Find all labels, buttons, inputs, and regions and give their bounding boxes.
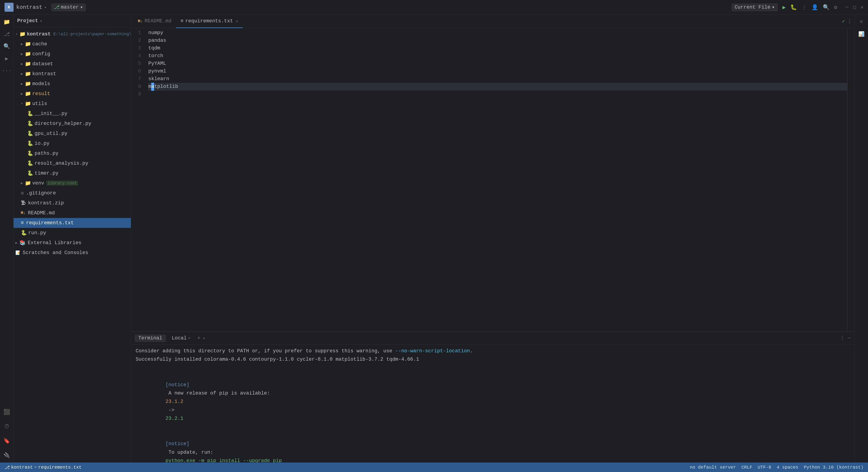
tree-item-requirements[interactable]: ≡ requirements.txt — [13, 218, 131, 228]
find-rail-icon[interactable]: 🔍 — [2, 41, 12, 51]
tree-item-run-py[interactable]: 🐍 run.py — [13, 228, 131, 238]
terminal-more-icon[interactable]: ⋮ — [840, 335, 845, 341]
tab-close-button[interactable]: ✕ — [236, 19, 238, 24]
tree-item-init-py[interactable]: 🐍 __init__.py — [13, 109, 131, 119]
local-tab[interactable]: Local × — [168, 334, 194, 342]
fold-arrow: ▶ — [21, 81, 23, 86]
tree-item-config[interactable]: ▶ 📁 config — [13, 49, 131, 59]
settings-icon[interactable]: ⚙ — [834, 4, 837, 11]
terminal-tab[interactable]: Terminal — [135, 334, 166, 342]
folder-icon: 📁 — [25, 180, 31, 186]
tree-item-scratches[interactable]: 📝 Scratches and Consoles — [13, 248, 131, 258]
tree-item-venv[interactable]: ▶ 📁 venv library.root — [13, 178, 131, 188]
python-icon: 🐍 — [27, 140, 33, 146]
readme-tab-label: README.md — [145, 18, 172, 24]
fold-arrow: ▾ — [21, 101, 23, 106]
structure-icon[interactable]: ≡ — [857, 17, 866, 27]
tree-item-kontrast-zip[interactable]: 🗜 kontrast.zip — [13, 198, 131, 208]
minimize-button[interactable]: ─ — [845, 4, 848, 10]
project-chevron[interactable]: ▾ — [44, 5, 46, 10]
code-line-9 — [148, 91, 847, 98]
more-rail-icon[interactable]: ··· — [2, 66, 12, 76]
bookmark-rail-icon[interactable]: 🔖 — [2, 436, 12, 446]
tab-more-icon[interactable]: ⋮ — [847, 18, 852, 24]
terminal-minimize-icon[interactable]: — — [848, 335, 851, 341]
tree-item-kontrast-root[interactable]: ▾ 📁 kontrast E:\all-projects\paper-somet… — [13, 29, 131, 39]
folder-icon: 📁 — [25, 51, 31, 57]
tree-item-dataset[interactable]: ▶ 📁 dataset — [13, 59, 131, 69]
close-button[interactable]: ✕ — [861, 4, 864, 10]
term-line-notice2: [notice] To update, run: python.exe -m p… — [135, 431, 850, 463]
debug-icon[interactable]: 🐛 — [790, 4, 797, 11]
local-tab-close[interactable]: × — [188, 336, 191, 341]
tree-item-gpu-util[interactable]: 🐍 gpu_util.py — [13, 129, 131, 138]
checkmark-icon[interactable]: ✓ — [842, 18, 845, 24]
tree-item-external-libs[interactable]: ▶ 📚 External Libraries — [13, 238, 131, 248]
tree-item-result-analysis[interactable]: 🐍 result_analysis.py — [13, 158, 131, 168]
tab-requirements[interactable]: ≡ requirements.txt ✕ — [176, 15, 243, 28]
tree-item-timer-py[interactable]: 🐍 timer.py — [13, 168, 131, 178]
term-line-notice1: [notice] A new release of pip is availab… — [135, 372, 850, 431]
item-label: io.py — [35, 141, 50, 146]
tree-item-readme[interactable]: M↓ README.md — [13, 208, 131, 218]
current-file-button[interactable]: Current File ▾ — [732, 3, 778, 11]
fold-arrow: ▶ — [21, 72, 23, 76]
tree-item-result[interactable]: ▶ 📁 result — [13, 89, 131, 99]
search-icon[interactable]: 🔍 — [823, 4, 830, 11]
python-icon: 🐍 — [27, 121, 33, 127]
branch-selector[interactable]: ⎇ master ▾ — [51, 3, 86, 11]
titlebar-icons: ▶ 🐛 ⋮ 👤 🔍 ⚙ — [782, 4, 837, 11]
code-line-5: PyYAML — [148, 60, 847, 68]
tree-item-cache[interactable]: ▶ 📁 cache — [13, 39, 131, 49]
terminal-body[interactable]: Consider adding this directory to PATH o… — [131, 345, 855, 463]
readme-tab-icon: M↓ — [138, 19, 143, 24]
tree-item-gitignore[interactable]: ⚙ .gitignore — [13, 188, 131, 198]
chart-icon[interactable]: 📊 — [857, 29, 866, 39]
item-label: dataset — [32, 61, 53, 67]
tree-item-kontrast-sub[interactable]: ▶ 📁 kontrast — [13, 69, 131, 79]
terminal-tab-label: Terminal — [138, 335, 162, 341]
terminal-rail-icon[interactable]: ⬛ — [2, 407, 12, 417]
terminal-chevron[interactable]: ▾ — [203, 336, 205, 341]
statusbar-charset[interactable]: UTF-8 — [758, 465, 771, 470]
tree-item-models[interactable]: ▶ 📁 models — [13, 79, 131, 89]
code-editor[interactable]: 1 2 3 4 5 6 7 8 9 numpy pandas tqdm torc… — [131, 28, 855, 332]
folder-icon: 📁 — [25, 91, 31, 97]
tree-item-directory-helper[interactable]: 🐍 directory_helper.py — [13, 119, 131, 129]
item-label: config — [32, 51, 50, 57]
local-tab-label: Local — [172, 335, 187, 341]
tab-readme[interactable]: M↓ README.md — [133, 15, 176, 28]
statusbar-server[interactable]: no default server — [690, 465, 736, 470]
term-line-success: Successfully installed colorama-0.4.6 co… — [135, 355, 850, 364]
line-numbers: 1 2 3 4 5 6 7 8 9 — [131, 28, 145, 332]
maximize-button[interactable]: ▢ — [853, 4, 856, 10]
item-label: .gitignore — [26, 190, 56, 196]
item-label: gpu_util.py — [35, 131, 67, 136]
history-rail-icon[interactable]: ⏱ — [2, 422, 12, 431]
statusbar-indent[interactable]: 4 spaces — [777, 465, 798, 470]
tree-item-paths-py[interactable]: 🐍 paths.py — [13, 148, 131, 158]
more-icon[interactable]: ⋮ — [802, 4, 807, 11]
statusbar-file[interactable]: requirements.txt — [38, 465, 82, 470]
txt-icon: ≡ — [21, 220, 24, 226]
git-statusbar-branch[interactable]: kontrast — [11, 465, 33, 470]
titlebar: K kontrast ▾ ⎇ master ▾ Current File ▾ ▶… — [0, 0, 868, 15]
item-label: models — [32, 81, 50, 87]
code-content[interactable]: numpy pandas tqdm torch PyYAML pynvml sk… — [145, 28, 847, 332]
python-icon: 🐍 — [27, 131, 33, 137]
run-button[interactable]: ▶ — [782, 4, 785, 11]
git-rail-icon[interactable]: ⎇ — [2, 29, 12, 39]
plugin-rail-icon[interactable]: 🔌 — [2, 450, 12, 460]
tree-item-io-py[interactable]: 🐍 io.py — [13, 138, 131, 148]
statusbar-crlf[interactable]: CRLF — [741, 465, 752, 470]
item-label: kontrast — [27, 31, 51, 37]
run-rail-icon[interactable]: ▶ — [2, 54, 12, 63]
project-name[interactable]: kontrast — [16, 4, 42, 10]
user-icon[interactable]: 👤 — [811, 4, 818, 11]
tree-item-utils[interactable]: ▾ 📁 utils — [13, 99, 131, 109]
statusbar-python[interactable]: Python 3.10 (kontrast) — [804, 465, 864, 470]
code-line-2: pandas — [148, 37, 847, 44]
project-icon[interactable]: 📁 — [2, 17, 12, 27]
add-terminal-button[interactable]: + — [197, 335, 200, 341]
panel-chevron[interactable]: ▾ — [40, 19, 42, 24]
